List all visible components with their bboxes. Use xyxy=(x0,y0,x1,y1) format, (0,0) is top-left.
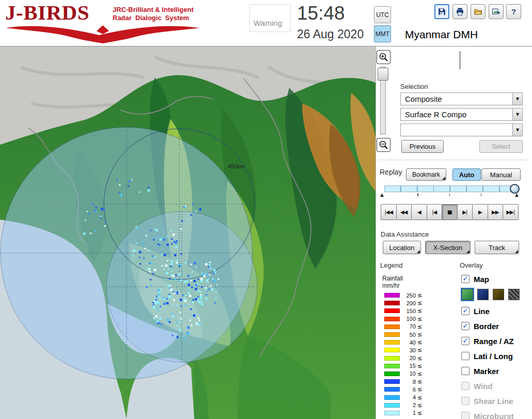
checkbox[interactable] xyxy=(461,412,470,419)
legend-color-swatch xyxy=(384,348,400,352)
overlay-item-border[interactable]: ✓Border xyxy=(461,321,532,331)
checkbox[interactable] xyxy=(461,397,470,405)
map-style-4-button[interactable] xyxy=(508,289,520,300)
checkbox[interactable]: ✓ xyxy=(461,275,470,283)
track-button[interactable]: Track xyxy=(475,241,519,254)
utc-button[interactable]: UTC xyxy=(374,6,391,23)
overlay-item-range-az[interactable]: ✓Range / AZ xyxy=(461,336,532,346)
bookmark-button[interactable]: Bookmark xyxy=(406,168,446,181)
location-button[interactable]: Location xyxy=(383,241,421,254)
zoom-out-button[interactable] xyxy=(377,138,390,152)
map-style-swatches xyxy=(462,289,532,300)
step-back-button[interactable]: |◀ xyxy=(427,204,443,220)
previous-button[interactable]: Previous xyxy=(401,140,444,153)
corner-arrow-icon xyxy=(442,177,445,180)
map-style-3-button[interactable] xyxy=(493,289,504,300)
replay-timeline-slider[interactable] xyxy=(384,185,515,192)
zoom-slider[interactable] xyxy=(380,67,386,134)
legend-threshold-value: 50 xyxy=(400,332,416,338)
skip-to-end-button[interactable]: ▶▶| xyxy=(503,204,519,220)
legend-threshold-value: 150 xyxy=(400,308,416,314)
stop-button[interactable]: ■ xyxy=(442,204,458,220)
map-style-2-button[interactable] xyxy=(477,289,489,300)
composite-dropdown[interactable]: Composite ▼ xyxy=(400,92,523,105)
legend-color-swatch xyxy=(384,301,400,305)
legend-lte-sign: ≤ xyxy=(417,363,422,369)
mmt-button[interactable]: MMT xyxy=(374,25,391,42)
legend-threshold-value: 2 xyxy=(400,402,416,408)
select-button[interactable]: Select xyxy=(479,140,523,153)
product-dropdown[interactable]: Surface R Compo ▼ xyxy=(400,108,523,121)
legend-lte-sign: ≤ xyxy=(417,347,422,353)
map-style-1-button[interactable] xyxy=(462,289,473,300)
overlay-item-line[interactable]: ✓Line xyxy=(461,306,532,316)
overlay-item-marker[interactable]: Marker xyxy=(461,366,532,376)
legend-threshold-value: 15 xyxy=(400,363,416,369)
checkbox[interactable] xyxy=(461,367,470,375)
overlay-item-label: Map xyxy=(474,275,489,284)
logo-subtitle-line1: JRC-Brilliant & Intelligent xyxy=(113,6,194,14)
legend-row: 20≤ xyxy=(384,354,422,362)
play-button[interactable]: ▶ xyxy=(472,204,488,220)
help-button[interactable]: ? xyxy=(506,4,521,19)
chevron-down-icon[interactable]: ▼ xyxy=(512,108,522,120)
overlay-item-label: Microburst xyxy=(474,412,514,419)
legend-threshold-value: 70 xyxy=(400,323,416,330)
play-reverse-button[interactable]: ◀ xyxy=(411,204,427,220)
checkbox[interactable] xyxy=(461,352,470,360)
data-assistance-label: Data Assistance xyxy=(381,230,429,238)
corner-arrow-icon xyxy=(515,250,518,253)
export-image-icon xyxy=(492,7,500,16)
zoom-in-button[interactable] xyxy=(377,50,390,64)
legend-color-swatch xyxy=(384,356,400,361)
x-section-button[interactable]: X-Section xyxy=(425,241,471,254)
legend-color-swatch xyxy=(384,324,400,329)
legend-color-swatch xyxy=(384,403,400,408)
radar-map[interactable]: 450km xyxy=(0,46,375,419)
overlay-item-map[interactable]: ✓Map xyxy=(461,274,532,284)
chevron-down-icon[interactable]: ▼ xyxy=(512,124,522,136)
legend-lte-sign: ≤ xyxy=(417,394,422,401)
save-button[interactable] xyxy=(434,4,449,19)
logo-subtitle-line2: Radar Dialogic System xyxy=(113,14,194,22)
step-forward-button[interactable]: ▶| xyxy=(457,204,473,220)
chevron-down-icon[interactable]: ▼ xyxy=(512,93,522,105)
legend-row: 200≤ xyxy=(384,299,422,307)
legend-threshold-value: 100 xyxy=(400,316,416,322)
export-image-button[interactable] xyxy=(489,4,504,19)
fast-rewind-button[interactable]: ◀◀ xyxy=(396,204,412,220)
auto-button[interactable]: Auto xyxy=(452,168,481,181)
overlay-item-shear-line[interactable]: Shear Line xyxy=(461,396,532,406)
checkbox[interactable]: ✓ xyxy=(461,337,470,345)
clock-time: 15:48 xyxy=(297,3,345,24)
overlay-item-lati-long[interactable]: Lati / Long xyxy=(461,351,532,361)
checkbox[interactable]: ✓ xyxy=(461,322,470,330)
open-folder-button[interactable] xyxy=(471,4,486,19)
checkbox[interactable]: ✓ xyxy=(461,307,470,315)
legend-threshold-value: 6 xyxy=(400,386,416,393)
selection-label: Selection xyxy=(400,83,428,90)
corner-arrow-icon xyxy=(417,250,420,253)
legend-row: 30≤ xyxy=(384,346,422,354)
overlay-item-wind[interactable]: Wind xyxy=(461,381,532,391)
legend-row: 2≤ xyxy=(384,401,422,409)
legend-row: 50≤ xyxy=(384,331,422,338)
legend-row: 15≤ xyxy=(384,362,422,370)
print-button[interactable] xyxy=(452,4,467,19)
elevation-dropdown[interactable]: ▼ xyxy=(400,123,523,136)
timeline-end-marker-icon: ▲ xyxy=(515,192,519,197)
warning-box: Warning xyxy=(249,4,291,32)
legend-lte-sign: ≤ xyxy=(417,323,422,330)
manual-button-label: Manual xyxy=(490,171,512,179)
text-entry[interactable] xyxy=(396,49,528,71)
manual-button[interactable]: Manual xyxy=(481,168,521,181)
fast-forward-button[interactable]: ▶▶ xyxy=(488,204,504,220)
overlay-item-microburst[interactable]: Microburst xyxy=(461,411,532,419)
legend-row: 150≤ xyxy=(384,307,422,315)
skip-to-start-button[interactable]: |◀◀ xyxy=(381,204,397,220)
zoom-slider-thumb[interactable] xyxy=(378,68,388,81)
checkbox[interactable] xyxy=(461,382,470,390)
logo-subtitle: JRC-Brilliant & Intelligent Radar Dialog… xyxy=(113,6,194,23)
timeline-ticks xyxy=(386,193,511,196)
overlay-list: ✓Map✓Line✓Border✓Range / AZLati / LongMa… xyxy=(461,274,532,419)
